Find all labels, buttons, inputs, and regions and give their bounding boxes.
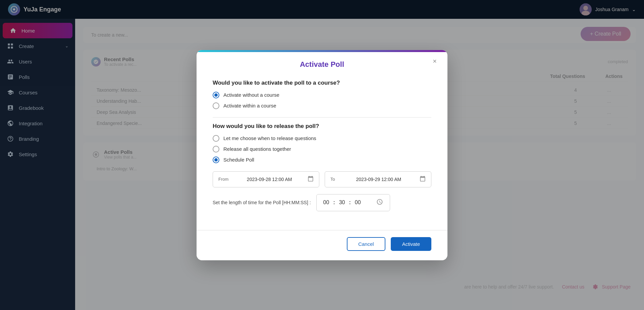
close-icon: × (433, 57, 437, 65)
calendar-icon (420, 176, 426, 183)
schedule-poll-label: Schedule Poll (223, 157, 254, 163)
activate-poll-modal: Activate Poll × Would you like to activa… (197, 50, 447, 260)
modal-footer: Cancel Activate (197, 237, 447, 260)
section-divider (213, 117, 431, 118)
schedule-poll-option[interactable]: Schedule Poll (213, 157, 431, 163)
calendar-icon (308, 176, 314, 183)
from-label: From (218, 177, 228, 182)
activate-within-course-option[interactable]: Activate within a course (213, 102, 431, 109)
activate-without-course-option[interactable]: Activate without a course (213, 92, 431, 98)
release-all-together-label: Release all questions together (223, 146, 291, 152)
radio-unchecked-icon (213, 146, 219, 152)
duration-hh: 00 (323, 200, 329, 206)
duration-ss: 00 (355, 200, 361, 206)
modal-title: Activate Poll (197, 52, 447, 72)
question2-label: How would you like to release the poll? (213, 123, 431, 130)
question1-label: Would you like to activate the poll to a… (213, 80, 431, 86)
activate-without-course-label: Activate without a course (223, 92, 279, 98)
date-range-row: From 2023-09-28 12:00 AM To 2023-09-29 1… (213, 171, 431, 187)
release-all-together-option[interactable]: Release all questions together (213, 146, 431, 152)
to-label: To (330, 177, 335, 182)
time-colon-2: : (349, 200, 351, 206)
radio-checked-icon (213, 92, 219, 98)
radio-unchecked-icon (213, 135, 219, 142)
to-date-input[interactable]: To 2023-09-29 12:00 AM (325, 171, 431, 187)
duration-label: Set the length of time for the Poll [HH:… (213, 200, 311, 205)
activate-button[interactable]: Activate (391, 237, 431, 251)
to-value: 2023-09-29 12:00 AM (356, 177, 401, 182)
modal-close-button[interactable]: × (430, 57, 439, 66)
manual-release-label: Let me choose when to release questions (223, 135, 316, 141)
time-colon-1: : (333, 200, 335, 206)
modal-body: Would you like to activate the poll to a… (197, 72, 447, 225)
duration-input[interactable]: 00 : 30 : 00 (316, 194, 390, 211)
duration-mm: 30 (339, 200, 345, 206)
course-activation-options: Activate without a course Activate withi… (213, 92, 431, 109)
duration-row: Set the length of time for the Poll [HH:… (213, 194, 431, 211)
manual-release-option[interactable]: Let me choose when to release questions (213, 135, 431, 142)
from-value: 2023-09-28 12:00 AM (247, 177, 292, 182)
modal-overlay: Activate Poll × Would you like to activa… (0, 0, 644, 310)
release-options: Let me choose when to release questions … (213, 135, 431, 163)
cancel-button[interactable]: Cancel (347, 237, 385, 251)
from-date-input[interactable]: From 2023-09-28 12:00 AM (213, 171, 319, 187)
radio-checked-icon (213, 157, 219, 163)
activate-within-course-label: Activate within a course (223, 103, 276, 108)
radio-unchecked-icon (213, 102, 219, 109)
clock-icon (376, 198, 383, 207)
footer-divider (197, 230, 447, 230)
